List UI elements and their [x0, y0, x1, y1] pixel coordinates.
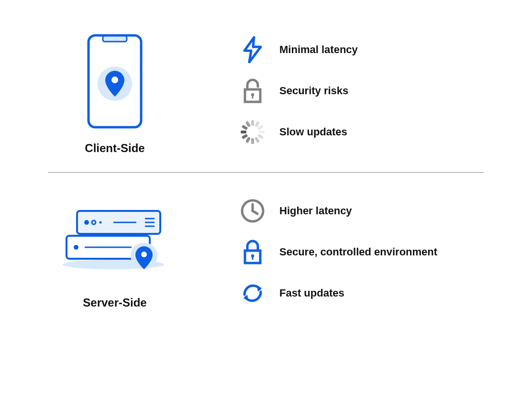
svg-rect-9	[255, 121, 260, 127]
refresh-icon	[239, 280, 266, 307]
svg-point-3	[111, 77, 118, 83]
lightning-icon	[239, 36, 266, 63]
feature-label: Security risks	[279, 85, 348, 97]
svg-rect-16	[242, 134, 248, 139]
spinner-icon	[239, 119, 266, 145]
feature-label: Slow updates	[279, 126, 347, 138]
feature-label: Secure, controlled environment	[279, 246, 437, 258]
feature-higher-latency: Higher latency	[239, 198, 484, 224]
server-title: Server-Side	[83, 296, 146, 309]
feature-label: Fast updates	[279, 287, 344, 299]
svg-rect-39	[252, 256, 254, 260]
svg-marker-4	[244, 37, 261, 62]
server-side-section: Server-Side Higher latency	[48, 195, 484, 309]
client-title: Client-Side	[85, 142, 144, 155]
svg-rect-19	[245, 121, 251, 127]
section-divider	[48, 172, 484, 173]
feature-minimal-latency: Minimal latency	[239, 36, 484, 63]
feature-fast-updates: Fast updates	[239, 280, 484, 307]
svg-line-36	[253, 211, 257, 214]
server-illustration-column: Server-Side	[48, 195, 182, 309]
svg-rect-12	[257, 134, 264, 139]
svg-rect-18	[242, 125, 248, 130]
svg-point-29	[74, 245, 78, 250]
svg-rect-14	[251, 138, 254, 144]
svg-rect-13	[255, 137, 260, 143]
client-side-section: Client-Side Minimal latency Securit	[48, 29, 484, 155]
svg-rect-11	[259, 131, 265, 133]
locked-icon	[239, 239, 266, 265]
clock-icon	[239, 198, 266, 224]
svg-rect-7	[252, 95, 254, 99]
feature-label: Higher latency	[279, 205, 352, 217]
svg-rect-8	[251, 120, 254, 126]
client-illustration-column: Client-Side	[48, 33, 182, 155]
feature-secure-environment: Secure, controlled environment	[239, 239, 484, 265]
svg-rect-17	[241, 131, 246, 133]
feature-label: Minimal latency	[279, 44, 358, 56]
svg-rect-15	[245, 137, 251, 143]
server-features: Higher latency Secure, controlled enviro…	[239, 195, 484, 307]
feature-slow-updates: Slow updates	[239, 119, 484, 145]
svg-point-33	[141, 252, 147, 257]
server-illustration	[60, 195, 170, 286]
unlocked-icon	[239, 77, 266, 104]
svg-rect-10	[257, 125, 264, 130]
client-features: Minimal latency Security risks	[239, 33, 484, 145]
svg-point-23	[100, 221, 102, 224]
svg-point-21	[84, 220, 89, 225]
phone-illustration	[87, 33, 143, 131]
svg-rect-1	[103, 36, 127, 42]
feature-security-risks: Security risks	[239, 77, 484, 104]
